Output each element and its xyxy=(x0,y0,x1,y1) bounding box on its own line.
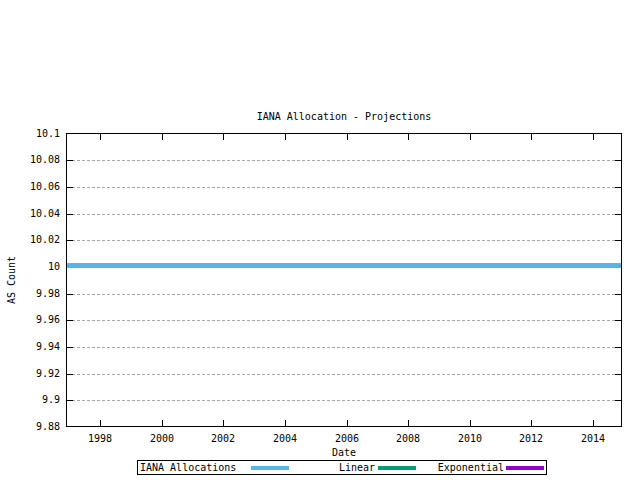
y-tick-label: 10 xyxy=(0,261,60,273)
y-tick-label: 10.04 xyxy=(0,208,60,220)
x-tick-bottom xyxy=(347,420,348,426)
legend-swatch-linear xyxy=(378,466,416,470)
y-gridline xyxy=(67,214,621,215)
x-axis-label: Date xyxy=(66,447,622,459)
legend-swatch-iana-allocations xyxy=(251,466,289,470)
y-tick-label: 10.06 xyxy=(0,181,60,193)
y-tick-left xyxy=(67,320,73,321)
y-tick-label: 9.92 xyxy=(0,368,60,380)
x-tick-bottom xyxy=(100,420,101,426)
x-tick-top xyxy=(470,134,471,140)
y-tick-right xyxy=(615,400,621,401)
y-tick-right xyxy=(615,294,621,295)
x-tick-bottom xyxy=(408,420,409,426)
y-tick-right xyxy=(615,214,621,215)
x-tick-top xyxy=(531,134,532,140)
y-tick-label: 10.08 xyxy=(0,154,60,166)
x-tick-label: 2012 xyxy=(506,433,556,445)
y-tick-right xyxy=(615,187,621,188)
y-gridline xyxy=(67,320,621,321)
x-tick-top xyxy=(223,134,224,140)
x-tick-bottom xyxy=(593,420,594,426)
y-tick-right xyxy=(615,320,621,321)
x-tick-top xyxy=(593,134,594,140)
x-tick-top xyxy=(408,134,409,140)
x-tick-label: 2008 xyxy=(383,433,433,445)
y-tick-label: 9.88 xyxy=(0,421,60,433)
x-tick-label: 2002 xyxy=(198,433,248,445)
chart-title: IANA Allocation - Projections xyxy=(66,110,622,123)
y-tick-label: 10.02 xyxy=(0,234,60,246)
y-gridline xyxy=(67,347,621,348)
x-tick-bottom xyxy=(223,420,224,426)
y-tick-label: 9.98 xyxy=(0,288,60,300)
x-tick-bottom xyxy=(285,420,286,426)
y-gridline xyxy=(67,187,621,188)
y-tick-label: 9.94 xyxy=(0,341,60,353)
x-tick-top xyxy=(162,134,163,140)
y-tick-left xyxy=(67,347,73,348)
y-tick-left xyxy=(67,160,73,161)
y-gridline xyxy=(67,294,621,295)
legend-label-iana-allocations: IANA Allocations xyxy=(140,461,249,474)
x-tick-label: 2014 xyxy=(568,433,618,445)
y-tick-right xyxy=(615,347,621,348)
x-tick-top xyxy=(347,134,348,140)
y-tick-left xyxy=(67,294,73,295)
x-tick-label: 1998 xyxy=(75,433,125,445)
legend-label-linear: Linear xyxy=(301,461,375,474)
y-tick-label: 10.1 xyxy=(0,128,60,140)
legend-label-exponential: Exponential xyxy=(421,461,504,474)
legend-swatch-exponential xyxy=(506,466,544,470)
legend-box: IANA Allocations Linear Exponential xyxy=(137,460,547,475)
y-tick-left xyxy=(67,374,73,375)
x-tick-label: 2006 xyxy=(322,433,372,445)
y-gridline xyxy=(67,240,621,241)
x-tick-label: 2004 xyxy=(260,433,310,445)
y-tick-label: 9.96 xyxy=(0,314,60,326)
y-tick-right xyxy=(615,160,621,161)
y-tick-right xyxy=(615,240,621,241)
x-tick-top xyxy=(100,134,101,140)
y-gridline xyxy=(67,400,621,401)
chart-canvas: IANA Allocation - Projections AS Count 1… xyxy=(0,0,640,480)
x-tick-top xyxy=(285,134,286,140)
iana-allocations-series-line xyxy=(67,263,621,268)
y-gridline xyxy=(67,374,621,375)
plot-area-border xyxy=(66,133,622,427)
y-tick-right xyxy=(615,374,621,375)
y-gridline xyxy=(67,160,621,161)
x-tick-label: 2000 xyxy=(137,433,187,445)
y-tick-left xyxy=(67,214,73,215)
x-tick-label: 2010 xyxy=(445,433,495,445)
x-tick-bottom xyxy=(162,420,163,426)
y-tick-left xyxy=(67,240,73,241)
y-tick-label: 9.9 xyxy=(0,394,60,406)
x-tick-bottom xyxy=(470,420,471,426)
y-tick-left xyxy=(67,400,73,401)
x-tick-bottom xyxy=(531,420,532,426)
y-tick-left xyxy=(67,187,73,188)
